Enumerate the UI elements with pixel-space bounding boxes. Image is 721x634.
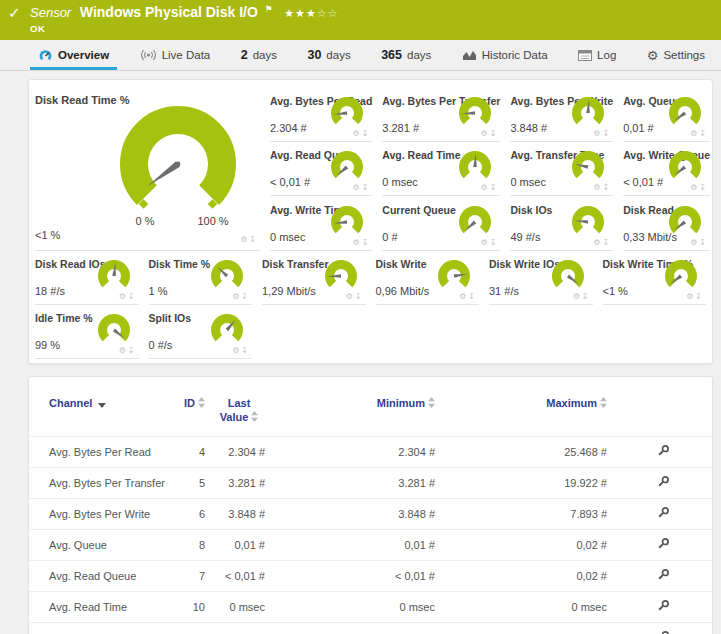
column-header-id[interactable]: ID (169, 389, 209, 436)
gauge-corner-icons[interactable]: ⚙↧ (481, 183, 499, 192)
sort-icon[interactable] (198, 397, 205, 408)
gear-icon[interactable]: ⚙ (481, 183, 490, 192)
gear-icon[interactable]: ⚙ (352, 183, 361, 192)
tab-365-days[interactable]: 365days (381, 40, 431, 70)
cell-channel[interactable]: Avg. Bytes Per Transfer (29, 467, 169, 498)
gauge-corner-icons[interactable]: ⚙↧ (481, 238, 499, 247)
tab-2-days[interactable]: 2days (241, 40, 277, 70)
table-row-avg-bytes-per-write[interactable]: Avg. Bytes Per Write63.848 #3.848 #7.893… (29, 498, 712, 529)
gauge-disk-write[interactable]: Disk Write0,96 Mbit/s⚙↧ (376, 251, 480, 305)
gear-icon[interactable]: ⚙ (573, 292, 582, 301)
gauge-avg-write-time[interactable]: Avg. Write Time0 msec⚙↧ (270, 197, 372, 251)
gauge-avg-read-time[interactable]: Avg. Read Time0 msec⚙↧ (382, 142, 500, 196)
page-title[interactable]: Windows Physical Disk I/O (80, 4, 258, 20)
pin-icon[interactable]: ↧ (699, 183, 708, 192)
stars-filled[interactable]: ★★★ (284, 7, 317, 19)
cell-actions[interactable] (613, 498, 712, 529)
cell-channel[interactable]: Avg. Transfer Time (29, 622, 169, 634)
gear-icon[interactable]: ⚙ (119, 292, 128, 301)
sort-icon[interactable] (251, 411, 258, 422)
gauge-corner-icons[interactable]: ⚙↧ (459, 292, 477, 301)
gauge-corner-icons[interactable]: ⚙↧ (240, 235, 258, 244)
gauge-corner-icons[interactable]: ⚙↧ (593, 129, 611, 138)
gauge-corner-icons[interactable]: ⚙↧ (352, 129, 370, 138)
priority-flag-icon[interactable]: ⚑ (265, 4, 273, 14)
gauge-disk-write-time[interactable]: Disk Write Time %<1 %⚙↧ (603, 251, 707, 305)
gear-icon[interactable]: ⚙ (346, 292, 355, 301)
gear-icon[interactable]: ⚙ (352, 129, 361, 138)
pin-icon[interactable]: ↧ (699, 129, 708, 138)
gauge-corner-icons[interactable]: ⚙↧ (346, 292, 364, 301)
cell-channel[interactable]: Avg. Bytes Per Write (29, 498, 169, 529)
channel-settings-icon[interactable] (656, 475, 670, 489)
pin-icon[interactable]: ↧ (699, 238, 708, 247)
gauge-corner-icons[interactable]: ⚙↧ (690, 238, 708, 247)
gauge-disk-read-time[interactable]: Disk Read Time % 0 % 100 % <1 % ⚙↧ (35, 88, 260, 251)
pin-icon[interactable]: ↧ (249, 235, 258, 244)
cell-channel[interactable]: Avg. Read Time (29, 591, 169, 622)
cell-actions[interactable] (613, 591, 712, 622)
gear-icon[interactable]: ⚙ (690, 238, 699, 247)
gauge-split-ios[interactable]: Split IOs0 #/s⚙↧ (149, 305, 253, 359)
pin-icon[interactable]: ↧ (582, 292, 591, 301)
pin-icon[interactable]: ↧ (490, 238, 499, 247)
gauge-corner-icons[interactable]: ⚙↧ (573, 292, 591, 301)
pin-icon[interactable]: ↧ (490, 183, 499, 192)
gauge-corner-icons[interactable]: ⚙↧ (119, 292, 137, 301)
gear-icon[interactable]: ⚙ (352, 238, 361, 247)
gauge-corner-icons[interactable]: ⚙↧ (119, 346, 137, 355)
table-row-avg-read-time[interactable]: Avg. Read Time100 msec0 msec0 msec (29, 591, 712, 622)
table-row-avg-bytes-per-transfer[interactable]: Avg. Bytes Per Transfer53.281 #3.281 #19… (29, 467, 712, 498)
table-row-avg-read-queue[interactable]: Avg. Read Queue7< 0,01 #< 0,01 #0,02 # (29, 560, 712, 591)
gauge-avg-queue[interactable]: Avg. Queue0,01 #⚙↧ (623, 88, 710, 142)
tab-overview[interactable]: Overview (38, 40, 109, 70)
gauge-corner-icons[interactable]: ⚙↧ (232, 292, 250, 301)
priority-stars[interactable]: ★★★☆☆ (284, 7, 338, 19)
gauge-disk-transfer[interactable]: Disk Transfer1,29 Mbit/s⚙↧ (262, 251, 366, 305)
gear-icon[interactable]: ⚙ (232, 292, 241, 301)
channel-settings-icon[interactable] (656, 444, 670, 458)
gear-icon[interactable]: ⚙ (690, 129, 699, 138)
gear-icon[interactable]: ⚙ (232, 346, 241, 355)
column-header-last-value[interactable]: Last Value (209, 389, 269, 436)
table-row-avg-transfer-time[interactable]: Avg. Transfer Time110 msec0 msec0 msec (29, 622, 712, 634)
sort-icon[interactable] (600, 397, 607, 408)
pin-icon[interactable]: ↧ (362, 238, 371, 247)
gauge-avg-bytes-per-write[interactable]: Avg. Bytes Per Write3.848 #⚙↧ (510, 88, 613, 142)
gauge-corner-icons[interactable]: ⚙↧ (690, 183, 708, 192)
pin-icon[interactable]: ↧ (602, 238, 611, 247)
pin-icon[interactable]: ↧ (490, 129, 499, 138)
cell-channel[interactable]: Avg. Read Queue (29, 560, 169, 591)
column-header-channel[interactable]: Channel (29, 389, 169, 436)
cell-actions[interactable] (613, 436, 712, 467)
pin-icon[interactable]: ↧ (128, 346, 137, 355)
channel-settings-icon[interactable] (656, 630, 670, 634)
gauge-idle-time[interactable]: Idle Time %99 %⚙↧ (35, 305, 139, 359)
cell-channel[interactable]: Avg. Queue (29, 529, 169, 560)
gauge-avg-read-queue[interactable]: Avg. Read Queue< 0,01 #⚙↧ (270, 142, 372, 196)
gauge-corner-icons[interactable]: ⚙↧ (352, 183, 370, 192)
gear-icon[interactable]: ⚙ (240, 235, 249, 244)
gear-icon[interactable]: ⚙ (481, 129, 490, 138)
gauge-current-queue[interactable]: Current Queue0 #⚙↧ (382, 197, 500, 251)
gauge-disk-read-ios[interactable]: Disk Read IOs18 #/s⚙↧ (35, 251, 139, 305)
pin-icon[interactable]: ↧ (602, 129, 611, 138)
gauge-avg-bytes-per-transfer[interactable]: Avg. Bytes Per Transfer3.281 #⚙↧ (382, 88, 500, 142)
channel-settings-icon[interactable] (656, 537, 670, 551)
gauge-corner-icons[interactable]: ⚙↧ (352, 238, 370, 247)
gauge-disk-write-ios[interactable]: Disk Write IOs31 #/s⚙↧ (489, 251, 593, 305)
pin-icon[interactable]: ↧ (241, 292, 250, 301)
gauge-disk-time[interactable]: Disk Time %1 %⚙↧ (149, 251, 253, 305)
gauge-corner-icons[interactable]: ⚙↧ (593, 183, 611, 192)
tab-log[interactable]: Log (578, 40, 616, 70)
table-row-avg-queue[interactable]: Avg. Queue80,01 #0,01 #0,02 # (29, 529, 712, 560)
cell-actions[interactable] (613, 622, 712, 634)
pin-icon[interactable]: ↧ (241, 346, 250, 355)
column-header-minimum[interactable]: Minimum (269, 389, 441, 436)
gauge-avg-write-queue[interactable]: Avg. Write Queue< 0,01 #⚙↧ (623, 142, 710, 196)
gauge-corner-icons[interactable]: ⚙↧ (481, 129, 499, 138)
gauge-disk-read[interactable]: Disk Read0,33 Mbit/s⚙↧ (623, 197, 710, 251)
channel-settings-icon[interactable] (656, 568, 670, 582)
cell-actions[interactable] (613, 529, 712, 560)
gear-icon[interactable]: ⚙ (690, 183, 699, 192)
